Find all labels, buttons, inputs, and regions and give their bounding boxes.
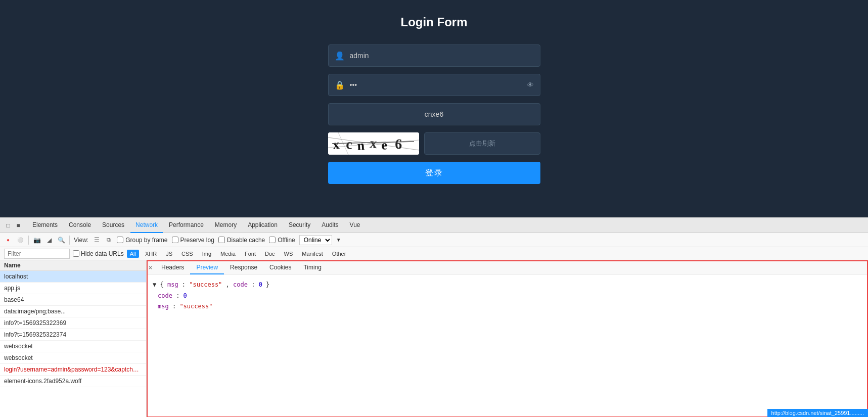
filter-xhr[interactable]: XHR <box>142 250 160 258</box>
network-toolbar: ● ⚪ 📷 ◢ 🔍 View: ☰ ⧉ Group by frame Prese… <box>0 233 868 247</box>
preview-tab-response[interactable]: Response <box>224 261 263 274</box>
filter-bar: Hide data URLs All XHR JS CSS Img Media … <box>0 247 868 260</box>
disable-cache-checkbox[interactable] <box>218 237 225 243</box>
hide-data-urls-label: Hide data URLs <box>73 250 124 257</box>
password-wrapper: 🔒 👁︎ <box>328 74 540 96</box>
preview-tab-cookies[interactable]: Cookies <box>263 261 297 274</box>
filter-js[interactable]: JS <box>163 250 175 258</box>
hide-data-urls-checkbox[interactable] <box>73 250 79 257</box>
tab-audits[interactable]: Audits <box>316 218 343 233</box>
devtools-content: Name localhost app.js base64 data:image/… <box>0 260 868 417</box>
main-login-area: Login Form 👤 🔒 👁︎ <box>0 0 868 217</box>
tab-application[interactable]: Application <box>243 218 283 233</box>
preview-tab-headers[interactable]: Headers <box>155 261 190 274</box>
tab-sources[interactable]: Sources <box>97 218 129 233</box>
preserve-log-label: Preserve log <box>172 237 214 244</box>
network-item-info2[interactable]: info?t=1569325322374 <box>0 329 146 341</box>
network-item-datapng[interactable]: data:image/png;base... <box>0 306 146 317</box>
svg-text:n: n <box>356 138 364 153</box>
network-request-list: Name localhost app.js base64 data:image/… <box>0 260 147 417</box>
preserve-log-checkbox[interactable] <box>172 237 178 243</box>
status-bar: http://blog.csdn.net/sinat_25991........… <box>767 409 868 417</box>
json-root-line: ▼ { msg : "success" , code : 0 } <box>153 280 862 291</box>
preview-tab-preview[interactable]: Preview <box>190 261 224 274</box>
view-label: View: <box>74 237 88 244</box>
svg-text:e: e <box>381 137 388 153</box>
captcha-text-wrapper <box>328 103 540 125</box>
network-item-login[interactable]: login?username=admin&password=123&captch… <box>0 364 146 376</box>
svg-text:x: x <box>369 135 378 151</box>
filter-manifest[interactable]: Manifest <box>299 250 326 258</box>
filter-doc[interactable]: Doc <box>262 250 278 258</box>
captcha-row: x c n x e 6 点击刷新 <box>328 132 540 155</box>
undock-icon[interactable]: ■ <box>14 221 22 229</box>
filter-media[interactable]: Media <box>217 250 239 258</box>
svg-text:6: 6 <box>394 136 402 152</box>
preview-tab-timing[interactable]: Timing <box>297 261 328 274</box>
network-item-websocket2[interactable]: websocket <box>0 352 146 364</box>
network-item-appjs[interactable]: app.js <box>0 283 146 294</box>
network-item-base64[interactable]: base64 <box>0 294 146 306</box>
username-wrapper: 👤 <box>328 44 540 67</box>
login-button[interactable]: 登录 <box>328 162 540 184</box>
network-item-websocket1[interactable]: websocket <box>0 341 146 352</box>
network-item-woff[interactable]: element-icons.2fad952a.woff <box>0 376 146 387</box>
list-view-icon[interactable]: ☰ <box>93 236 101 244</box>
separator-1 <box>28 236 29 245</box>
filter-css[interactable]: CSS <box>178 250 196 258</box>
lock-icon: 🔒 <box>335 80 345 90</box>
tab-performance[interactable]: Performance <box>164 218 209 233</box>
separator-2 <box>69 236 70 245</box>
preview-json-content: ▼ { msg : "success" , code : 0 } code : … <box>148 274 867 317</box>
record-button[interactable]: ● <box>4 236 12 244</box>
tab-network[interactable]: Network <box>130 218 163 233</box>
search-icon[interactable]: 🔍 <box>57 236 65 244</box>
network-item-info1[interactable]: info?t=1569325322369 <box>0 317 146 329</box>
stop-button[interactable]: ⚪ <box>16 236 24 244</box>
preview-close-button[interactable]: × <box>149 264 152 271</box>
dock-icon[interactable]: □ <box>4 221 12 229</box>
filter-ws[interactable]: WS <box>281 250 296 258</box>
filter-icon[interactable]: ◢ <box>45 236 53 244</box>
filter-all[interactable]: All <box>127 250 139 258</box>
eye-icon[interactable]: 👁︎ <box>527 81 534 89</box>
grid-view-icon[interactable]: ⧉ <box>105 236 113 244</box>
preview-tab-bar: × Headers Preview Response Cookies Timin… <box>148 261 867 274</box>
captcha-refresh-button[interactable]: 点击刷新 <box>424 132 540 155</box>
json-msg-line: msg : "success" <box>153 301 862 312</box>
devtools-panel: □ ■ Elements Console Sources Network Per… <box>0 217 868 417</box>
filter-img[interactable]: Img <box>199 250 214 258</box>
filter-font[interactable]: Font <box>242 250 259 258</box>
tab-console[interactable]: Console <box>64 218 96 233</box>
user-icon: 👤 <box>335 51 345 61</box>
filter-other[interactable]: Other <box>329 250 349 258</box>
tab-memory[interactable]: Memory <box>210 218 242 233</box>
group-by-frame-checkbox[interactable] <box>117 237 123 243</box>
devtools-tab-bar: □ ■ Elements Console Sources Network Per… <box>0 218 868 233</box>
disable-cache-label: Disable cache <box>218 237 265 244</box>
offline-checkbox[interactable] <box>269 237 276 243</box>
captcha-text-input[interactable] <box>335 110 534 118</box>
captcha-image[interactable]: x c n x e 6 <box>328 132 419 155</box>
password-input[interactable] <box>350 81 527 89</box>
json-collapse-triangle[interactable]: ▼ <box>153 281 156 288</box>
preview-panel: × Headers Preview Response Cookies Timin… <box>147 260 868 417</box>
svg-text:x: x <box>332 137 339 152</box>
json-code-line: code : 0 <box>153 291 862 302</box>
tab-elements[interactable]: Elements <box>27 218 63 233</box>
filter-input[interactable] <box>4 249 70 259</box>
svg-text:c: c <box>345 136 352 152</box>
network-item-localhost[interactable]: localhost <box>0 271 146 283</box>
tab-security[interactable]: Security <box>284 218 315 233</box>
page-title: Login Form <box>401 15 468 29</box>
throttle-select[interactable]: Online <box>299 235 332 245</box>
group-by-frame-label: Group by frame <box>117 237 167 244</box>
username-input[interactable] <box>350 52 534 60</box>
network-list-header: Name <box>0 260 146 271</box>
login-form: 👤 🔒 👁︎ x c <box>328 44 540 184</box>
camera-icon[interactable]: 📷 <box>33 236 41 244</box>
throttle-dropdown-icon[interactable]: ▼ <box>336 237 341 243</box>
offline-label: Offline <box>269 237 295 244</box>
tab-vue[interactable]: Vue <box>345 218 366 233</box>
